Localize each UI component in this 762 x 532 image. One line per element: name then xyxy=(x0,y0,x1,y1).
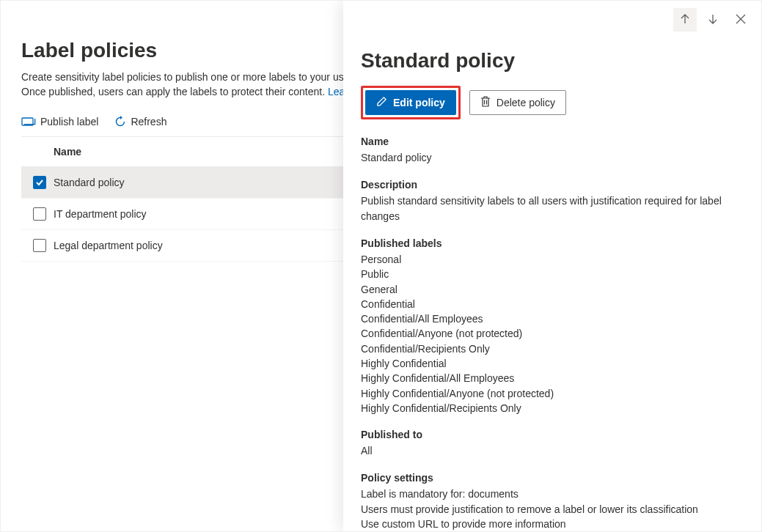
published-label-item: Highly Confidential xyxy=(361,356,744,371)
published-label-item: Highly Confidential/Anyone (not protecte… xyxy=(361,386,744,401)
publish-label-button[interactable]: Publish label xyxy=(21,116,98,128)
published-label-item: Confidential xyxy=(361,297,744,311)
published-label-item: Highly Confidential/Recipients Only xyxy=(361,401,744,415)
published-label-item: Confidential/Recipients Only xyxy=(361,341,744,356)
delete-icon xyxy=(480,96,491,109)
policy-settings-label: Policy settings xyxy=(361,472,744,484)
close-button[interactable] xyxy=(729,8,752,32)
description-value: Publish standard sensitivity labels to a… xyxy=(361,193,744,224)
edit-highlight: Edit policy xyxy=(361,86,461,119)
published-label-item: Public xyxy=(361,267,744,281)
published-labels-list: PersonalPublicGeneralConfidentialConfide… xyxy=(361,252,744,415)
refresh-text: Refresh xyxy=(131,116,166,128)
edit-policy-button[interactable]: Edit policy xyxy=(365,90,456,115)
publish-label-text: Publish label xyxy=(40,116,98,128)
details-panel: Standard policy Edit policy xyxy=(343,1,761,531)
policy-setting-item: Label is mandatory for: documents xyxy=(361,487,744,501)
published-label-item: Personal xyxy=(361,252,744,267)
close-icon xyxy=(736,14,746,26)
edit-icon xyxy=(376,96,387,109)
refresh-icon xyxy=(114,116,126,128)
name-label: Name xyxy=(361,136,744,147)
arrow-down-icon xyxy=(707,13,719,27)
published-to-label: Published to xyxy=(361,429,744,440)
policy-setting-item: Use custom URL to provide more informati… xyxy=(361,517,744,531)
policy-settings-list: Label is mandatory for: documentsUsers m… xyxy=(361,487,744,531)
published-label-item: Confidential/All Employees xyxy=(361,311,744,326)
panel-title: Standard policy xyxy=(361,49,744,73)
published-label-item: General xyxy=(361,282,744,297)
row-checkbox[interactable] xyxy=(33,176,46,189)
svg-rect-1 xyxy=(24,124,35,125)
name-value: Standard policy xyxy=(361,150,744,166)
delete-button-label: Delete policy xyxy=(497,97,555,108)
published-label-item: Highly Confidential/All Employees xyxy=(361,371,744,385)
arrow-up-icon xyxy=(679,13,691,27)
published-label-item: Confidential/Anyone (not protected) xyxy=(361,326,744,341)
column-name[interactable]: Name xyxy=(54,146,81,158)
publish-icon xyxy=(21,116,36,128)
row-name: Standard policy xyxy=(54,177,125,188)
edit-button-label: Edit policy xyxy=(393,97,445,108)
description-label: Description xyxy=(361,179,744,191)
up-arrow-button[interactable] xyxy=(673,8,697,32)
row-name: IT department policy xyxy=(54,208,147,220)
policy-setting-item: Users must provide justification to remo… xyxy=(361,502,744,517)
svg-rect-2 xyxy=(34,119,35,125)
row-name: Legal department policy xyxy=(54,240,163,251)
published-labels-label: Published labels xyxy=(361,237,744,249)
row-checkbox[interactable] xyxy=(33,239,46,252)
published-to-value: All xyxy=(361,443,744,459)
delete-policy-button[interactable]: Delete policy xyxy=(469,90,566,115)
refresh-button[interactable]: Refresh xyxy=(114,116,166,128)
down-arrow-button[interactable] xyxy=(701,8,725,32)
row-checkbox[interactable] xyxy=(33,207,46,221)
